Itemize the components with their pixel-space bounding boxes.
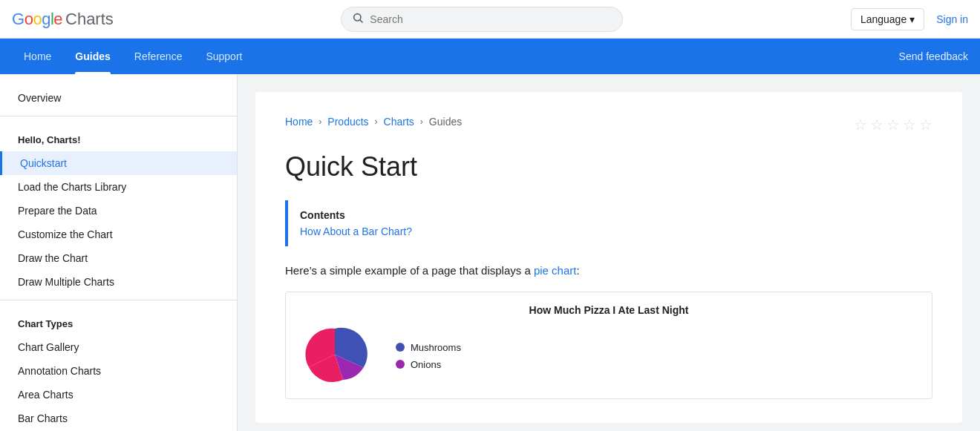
chart-inner: Mushrooms Onions — [298, 325, 920, 386]
sidebar-item-draw-multiple[interactable]: Draw Multiple Charts — [0, 270, 237, 294]
sidebar-item-area-charts[interactable]: Area Charts — [0, 383, 237, 407]
breadcrumb-charts[interactable]: Charts — [384, 116, 414, 128]
content-area: Home › Products › Charts › Guides ☆ ☆ ☆ … — [238, 74, 980, 431]
chart-preview: How Much Pizza I Ate Last Night — [285, 292, 932, 399]
sidebar-divider-1 — [0, 116, 237, 116]
breadcrumb-home[interactable]: Home — [285, 116, 313, 128]
star-2[interactable]: ☆ — [870, 116, 883, 134]
legend-label-onions: Onions — [411, 359, 441, 370]
breadcrumb: Home › Products › Charts › Guides — [285, 116, 462, 128]
page-title: Quick Start — [285, 151, 932, 182]
star-1[interactable]: ☆ — [854, 116, 867, 134]
sidebar-item-bar-charts[interactable]: Bar Charts — [0, 407, 237, 430]
star-3[interactable]: ☆ — [886, 116, 900, 134]
legend-item-onions: Onions — [396, 359, 461, 370]
breadcrumb-sep-3: › — [420, 116, 423, 127]
sidebar-item-load-library[interactable]: Load the Charts Library — [0, 175, 237, 199]
svg-line-1 — [360, 20, 362, 22]
legend-dot-onions — [396, 360, 405, 369]
intro-colon: : — [576, 264, 579, 277]
logo-area: Google Charts — [12, 10, 114, 29]
send-feedback-button[interactable]: Send feedback — [899, 50, 968, 62]
star-4[interactable]: ☆ — [903, 116, 916, 134]
chart-legend: Mushrooms Onions — [396, 342, 461, 370]
sidebar-item-quickstart[interactable]: Quickstart — [0, 151, 237, 175]
signin-link[interactable]: Sign in — [936, 13, 968, 25]
nav-support[interactable]: Support — [194, 39, 254, 74]
legend-label-mushrooms: Mushrooms — [411, 342, 461, 353]
sidebar: Overview Hello, Charts! Quickstart Load … — [0, 74, 238, 431]
search-area — [114, 7, 851, 32]
intro-paragraph: Here’s a simple example of a page that d… — [285, 264, 932, 277]
breadcrumb-row: Home › Products › Charts › Guides ☆ ☆ ☆ … — [285, 116, 932, 151]
pie-chart-svg — [298, 325, 372, 386]
logo-charts: Charts — [65, 10, 114, 29]
breadcrumb-sep-1: › — [318, 116, 321, 127]
top-header: Google Charts Language ▾ Sign in — [0, 0, 980, 39]
header-right: Language ▾ Sign in — [851, 8, 968, 30]
sidebar-section-chart-types: Chart Types — [0, 306, 237, 335]
pie-chart-link[interactable]: pie chart — [534, 264, 577, 277]
star-rating[interactable]: ☆ ☆ ☆ ☆ ☆ — [854, 116, 932, 134]
sidebar-item-customize-chart[interactable]: Customize the Chart — [0, 223, 237, 246]
nav-bar: Home Guides Reference Support Send feedb… — [0, 39, 980, 74]
legend-dot-mushrooms — [396, 343, 405, 352]
sidebar-item-annotation-charts[interactable]: Annotation Charts — [0, 359, 237, 383]
breadcrumb-guides: Guides — [429, 116, 462, 128]
search-box[interactable] — [341, 7, 623, 32]
sidebar-divider-2 — [0, 300, 237, 300]
nav-reference[interactable]: Reference — [122, 39, 195, 74]
nav-home[interactable]: Home — [12, 39, 63, 74]
contents-link-bar-chart[interactable]: How About a Bar Chart? — [300, 226, 412, 237]
language-button[interactable]: Language ▾ — [851, 8, 924, 30]
sidebar-item-prepare-data[interactable]: Prepare the Data — [0, 199, 237, 223]
sidebar-item-chart-gallery[interactable]: Chart Gallery — [0, 335, 237, 359]
breadcrumb-products[interactable]: Products — [327, 116, 368, 128]
search-input[interactable] — [370, 13, 612, 25]
sidebar-item-overview[interactable]: Overview — [0, 86, 237, 110]
chevron-down-icon: ▾ — [909, 13, 915, 25]
intro-text-static: Here’s a simple example of a page that d… — [285, 264, 534, 277]
breadcrumb-sep-2: › — [375, 116, 378, 127]
star-5[interactable]: ☆ — [919, 116, 932, 134]
content-card: Home › Products › Charts › Guides ☆ ☆ ☆ … — [255, 92, 962, 423]
main-container: Overview Hello, Charts! Quickstart Load … — [0, 74, 980, 431]
logo-google: Google — [12, 10, 62, 29]
sidebar-item-draw-chart[interactable]: Draw the Chart — [0, 246, 237, 270]
chart-title: How Much Pizza I Ate Last Night — [529, 304, 689, 316]
legend-item-mushrooms: Mushrooms — [396, 342, 461, 353]
search-icon — [352, 12, 364, 27]
contents-box: Contents How About a Bar Chart? — [285, 200, 932, 246]
nav-guides[interactable]: Guides — [63, 39, 122, 74]
sidebar-section-hello: Hello, Charts! — [0, 122, 237, 151]
contents-title: Contents — [300, 209, 921, 221]
